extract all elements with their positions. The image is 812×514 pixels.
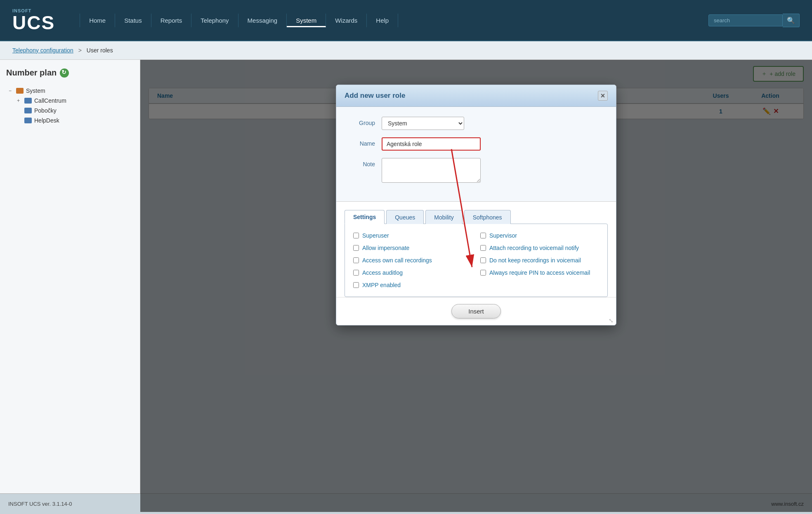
tree-item-pobocky[interactable]: Pobočky — [14, 106, 134, 116]
checkbox-access-auditlog-label: Access auditlog — [362, 269, 403, 276]
tabs-section: Settings Queues Mobility Softphones Supe… — [336, 201, 616, 297]
checkboxes-empty-cell — [480, 282, 599, 288]
checkbox-supervisor-input[interactable] — [480, 233, 486, 238]
breadcrumb-current: User roles — [87, 47, 113, 54]
checkbox-do-not-keep-recordings[interactable]: Do not keep recordings in voicemail — [480, 257, 599, 264]
checkbox-allow-impersonate-input[interactable] — [353, 245, 359, 251]
checkbox-allow-impersonate[interactable]: Allow impersonate — [353, 245, 472, 251]
tree-children: + CallCentrum Pobočky HelpDesk — [14, 96, 134, 125]
nav-status[interactable]: Status — [115, 14, 151, 27]
checkbox-superuser-input[interactable] — [353, 233, 359, 238]
group-label: Group — [349, 117, 382, 126]
nav-system[interactable]: System — [287, 14, 326, 27]
modal-close-button[interactable]: × — [598, 91, 608, 101]
checkbox-xmpp-enabled[interactable]: XMPP enabled — [353, 282, 472, 288]
checkbox-access-auditlog[interactable]: Access auditlog — [353, 269, 472, 276]
checkbox-allow-impersonate-label: Allow impersonate — [362, 245, 409, 251]
checkbox-attach-recording-label: Attach recording to voicemail notify — [489, 245, 579, 251]
checkboxes-grid: Superuser Supervisor Allow impersonate — [353, 232, 599, 288]
modal-form-area: Group System Name N — [336, 107, 616, 201]
footer-version-text: INSOFT UCS ver. 3.1.14-0 — [8, 501, 72, 507]
logo-area: INSOFT UCS — [12, 8, 55, 32]
checkbox-xmpp-enabled-label: XMPP enabled — [362, 282, 401, 288]
breadcrumb-separator: > — [78, 47, 82, 54]
search-button[interactable]: 🔍 — [783, 14, 800, 27]
name-control — [382, 137, 604, 151]
name-input[interactable] — [382, 137, 481, 151]
checkbox-access-own-recordings-label: Access own call recordings — [362, 257, 432, 264]
modal-title: Add new user role — [345, 92, 405, 100]
header: INSOFT UCS Home Status Reports Telephony… — [0, 0, 812, 41]
modal-footer: Insert — [336, 297, 616, 325]
tabs-content: Superuser Supervisor Allow impersonate — [345, 224, 608, 297]
sidebar-title: Number plan — [6, 68, 134, 78]
logo-ucs-text: UCS — [12, 13, 55, 32]
checkbox-do-not-keep-recordings-input[interactable] — [480, 257, 486, 263]
tree-label-helpdesk: HelpDesk — [34, 117, 59, 124]
insert-button[interactable]: Insert — [451, 304, 501, 318]
checkbox-xmpp-enabled-input[interactable] — [353, 282, 359, 288]
modal-overlay: Add new user role × Group System — [140, 60, 812, 512]
tree-label-callcentrum: CallCentrum — [34, 97, 66, 104]
form-row-name: Name — [349, 137, 604, 151]
folder-icon-callcentrum — [24, 98, 32, 104]
tab-softphones[interactable]: Softphones — [464, 210, 511, 224]
folder-icon-helpdesk — [24, 118, 32, 123]
form-row-note: Note — [349, 158, 604, 184]
checkbox-access-own-recordings[interactable]: Access own call recordings — [353, 257, 472, 264]
tab-mobility[interactable]: Mobility — [425, 210, 462, 224]
main-content: Number plan − System + CallCentrum Poboč… — [0, 60, 812, 512]
form-row-group: Group System — [349, 117, 604, 130]
add-user-role-modal: Add new user role × Group System — [336, 85, 616, 325]
sidebar: Number plan − System + CallCentrum Poboč… — [0, 60, 140, 512]
checkbox-always-require-pin-label: Always require PIN to access voicemail — [489, 269, 590, 276]
breadcrumb: Telephony configuration > User roles — [0, 41, 812, 60]
note-control — [382, 158, 604, 184]
checkbox-superuser-label: Superuser — [362, 232, 389, 239]
tree-item-system[interactable]: − System — [6, 86, 134, 96]
breadcrumb-link[interactable]: Telephony configuration — [12, 47, 73, 54]
right-panel: ＋ + add role Name Users Action 1 ✏️ ✕ — [140, 60, 812, 512]
modal-header: Add new user role × — [336, 85, 616, 107]
checkbox-access-auditlog-input[interactable] — [353, 270, 359, 276]
checkbox-do-not-keep-recordings-label: Do not keep recordings in voicemail — [489, 257, 581, 264]
refresh-icon[interactable] — [60, 68, 69, 78]
main-nav: Home Status Reports Telephony Messaging … — [80, 14, 708, 27]
search-input[interactable] — [708, 14, 783, 26]
checkbox-attach-recording-input[interactable] — [480, 245, 486, 251]
checkbox-supervisor[interactable]: Supervisor — [480, 232, 599, 239]
nav-messaging[interactable]: Messaging — [238, 14, 287, 27]
name-label: Name — [349, 137, 382, 147]
folder-icon-system — [16, 88, 24, 94]
checkbox-access-own-recordings-input[interactable] — [353, 257, 359, 263]
search-area: 🔍 — [708, 14, 800, 27]
checkbox-superuser[interactable]: Superuser — [353, 232, 472, 239]
checkbox-always-require-pin[interactable]: Always require PIN to access voicemail — [480, 269, 599, 276]
checkbox-supervisor-label: Supervisor — [489, 232, 517, 239]
tab-queues[interactable]: Queues — [386, 210, 424, 224]
tab-settings[interactable]: Settings — [345, 210, 385, 224]
checkbox-always-require-pin-input[interactable] — [480, 270, 486, 276]
tree-item-helpdesk[interactable]: HelpDesk — [14, 116, 134, 125]
sidebar-title-text: Number plan — [6, 68, 57, 78]
group-select[interactable]: System — [382, 117, 464, 130]
nav-wizards[interactable]: Wizards — [326, 14, 367, 27]
resize-handle[interactable]: ⤡ — [609, 318, 614, 323]
checkbox-attach-recording[interactable]: Attach recording to voicemail notify — [480, 245, 599, 251]
nav-reports[interactable]: Reports — [151, 14, 192, 27]
collapse-icon-system: − — [9, 88, 14, 94]
note-textarea[interactable] — [382, 158, 481, 183]
note-label: Note — [349, 158, 382, 167]
tree-label-pobocky: Pobočky — [34, 107, 57, 114]
collapse-icon-callcentrum: + — [17, 98, 22, 104]
folder-icon-pobocky — [24, 108, 32, 113]
nav-help[interactable]: Help — [367, 14, 398, 27]
tabs-bar: Settings Queues Mobility Softphones — [345, 210, 608, 224]
nav-home[interactable]: Home — [80, 14, 115, 27]
tree-label-system: System — [26, 87, 45, 94]
tree-item-callcentrum[interactable]: + CallCentrum — [14, 96, 134, 106]
nav-telephony[interactable]: Telephony — [191, 14, 238, 27]
group-control: System — [382, 117, 604, 130]
